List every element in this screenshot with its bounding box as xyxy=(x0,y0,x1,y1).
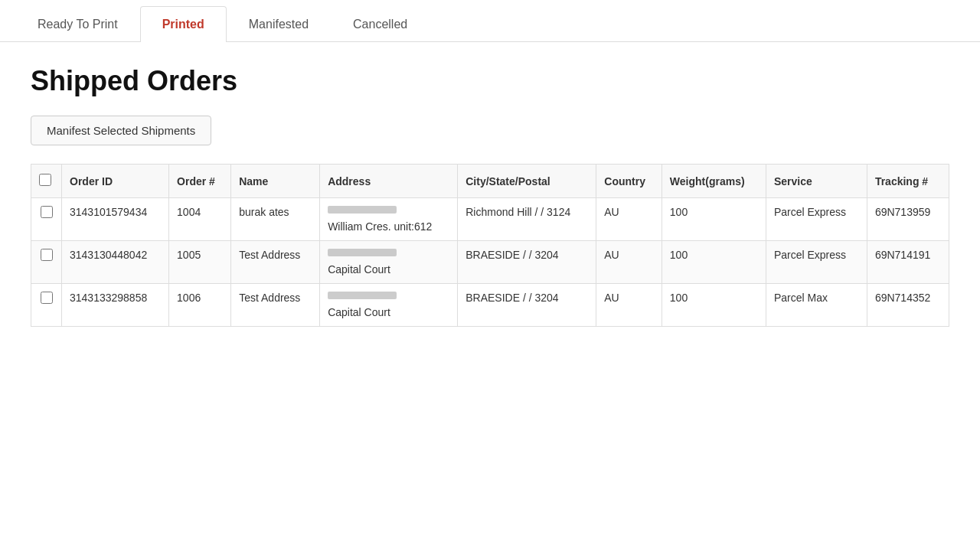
table-header-row: Order ID Order # Name Address City/State… xyxy=(31,165,949,198)
row-order-num: 1005 xyxy=(169,241,231,284)
table-row: 31431015794341004burak atesWilliam Cres.… xyxy=(31,198,949,241)
row-checkbox[interactable] xyxy=(41,292,53,304)
select-all-checkbox[interactable] xyxy=(39,174,51,186)
header-weight: Weight(grams) xyxy=(662,165,766,198)
row-country: AU xyxy=(596,241,662,284)
row-service: Parcel Express xyxy=(766,241,867,284)
row-country: AU xyxy=(596,198,662,241)
row-order-id: 3143101579434 xyxy=(62,198,169,241)
row-address: Capital Court xyxy=(320,284,458,327)
row-checkbox-cell xyxy=(31,284,62,327)
row-order-num: 1004 xyxy=(169,198,231,241)
header-order-num: Order # xyxy=(169,165,231,198)
tab-printed[interactable]: Printed xyxy=(140,6,227,42)
orders-table: Order ID Order # Name Address City/State… xyxy=(31,164,949,327)
row-service: Parcel Max xyxy=(766,284,867,327)
header-city-state-postal: City/State/Postal xyxy=(458,165,596,198)
row-checkbox[interactable] xyxy=(41,206,53,218)
row-city-state-postal: BRAESIDE / / 3204 xyxy=(458,284,596,327)
row-checkbox-cell xyxy=(31,241,62,284)
row-order-num: 1006 xyxy=(169,284,231,327)
table-row: 31431304480421005Test AddressCapital Cou… xyxy=(31,241,949,284)
main-content: Shipped Orders Manifest Selected Shipmen… xyxy=(0,42,980,350)
row-weight: 100 xyxy=(662,284,766,327)
row-name: Test Address xyxy=(231,241,320,284)
header-tracking: Tracking # xyxy=(867,165,949,198)
row-tracking: 69N714191 xyxy=(867,241,949,284)
row-city-state-postal: BRAESIDE / / 3204 xyxy=(458,241,596,284)
header-address: Address xyxy=(320,165,458,198)
row-weight: 100 xyxy=(662,198,766,241)
tab-ready-to-print[interactable]: Ready To Print xyxy=(15,6,140,42)
row-name: burak ates xyxy=(231,198,320,241)
row-tracking: 69N714352 xyxy=(867,284,949,327)
row-order-id: 3143133298858 xyxy=(62,284,169,327)
row-weight: 100 xyxy=(662,241,766,284)
page-title: Shipped Orders xyxy=(31,65,949,97)
row-country: AU xyxy=(596,284,662,327)
row-service: Parcel Express xyxy=(766,198,867,241)
header-country: Country xyxy=(596,165,662,198)
row-checkbox[interactable] xyxy=(41,249,53,261)
tab-cancelled[interactable]: Cancelled xyxy=(331,6,430,42)
header-checkbox-cell xyxy=(31,165,62,198)
row-name: Test Address xyxy=(231,284,320,327)
row-order-id: 3143130448042 xyxy=(62,241,169,284)
table-row: 31431332988581006Test AddressCapital Cou… xyxy=(31,284,949,327)
row-address: Capital Court xyxy=(320,241,458,284)
header-service: Service xyxy=(766,165,867,198)
manifest-selected-button[interactable]: Manifest Selected Shipments xyxy=(31,116,211,145)
row-city-state-postal: Richmond Hill / / 3124 xyxy=(458,198,596,241)
tab-manifested[interactable]: Manifested xyxy=(227,6,331,42)
row-tracking: 69N713959 xyxy=(867,198,949,241)
row-checkbox-cell xyxy=(31,198,62,241)
row-address: William Cres. unit:612 xyxy=(320,198,458,241)
header-order-id: Order ID xyxy=(62,165,169,198)
header-name: Name xyxy=(231,165,320,198)
tabs-bar: Ready To Print Printed Manifested Cancel… xyxy=(0,0,980,42)
